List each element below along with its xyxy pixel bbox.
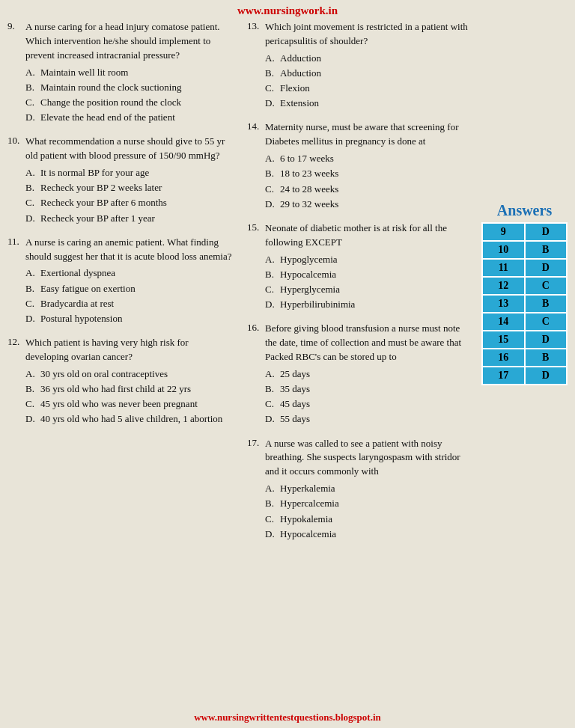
question-text: Before giving blood transfusion a nurse … xyxy=(265,322,472,364)
question-text: Which patient is having very high risk f… xyxy=(25,336,232,364)
list-item: B.Hypercalcemia xyxy=(265,497,472,510)
question-text: Maternity nurse, must be aware that scre… xyxy=(265,120,472,149)
answers-title: Answers xyxy=(481,202,568,219)
question-text: A nurse caring for a head injury comatos… xyxy=(25,20,232,63)
option-text: Hypercalcemia xyxy=(280,497,339,510)
question-block: 14.Maternity nurse, must be aware that s… xyxy=(247,120,472,210)
option-letter: B. xyxy=(25,81,37,94)
option-text: Flexion xyxy=(280,82,310,95)
option-letter: C. xyxy=(265,183,277,196)
option-text: 25 days xyxy=(280,367,310,381)
answer-number: 17 xyxy=(482,367,525,385)
option-letter: D. xyxy=(25,412,37,426)
list-item: D.40 yrs old who had 5 alive children, 1… xyxy=(25,412,232,426)
option-text: 55 days xyxy=(280,412,310,426)
option-letter: D. xyxy=(265,527,277,541)
question-number: 12. xyxy=(7,336,22,364)
option-letter: D. xyxy=(25,312,37,325)
option-letter: A. xyxy=(25,266,37,280)
option-text: Hyperbilirubinimia xyxy=(280,298,355,311)
answers-panel: Answers 9D10B11D12C13B14C15D16B17D xyxy=(481,202,568,385)
footer: www.nursingwrittentestquestions.blogspot… xyxy=(0,707,575,728)
list-item: C.45 days xyxy=(265,397,472,411)
option-letter: B. xyxy=(265,497,277,510)
list-item: C.24 to 28 weeks xyxy=(265,183,472,196)
answer-number: 14 xyxy=(482,313,525,331)
option-letter: A. xyxy=(25,66,37,79)
answer-number: 12 xyxy=(482,277,525,295)
option-text: Hyperkalemia xyxy=(280,482,335,495)
option-text: Bradycardia at rest xyxy=(40,297,114,311)
option-text: 35 days xyxy=(280,382,310,396)
option-letter: B. xyxy=(265,268,277,281)
option-text: Exertional dyspnea xyxy=(40,266,115,280)
option-text: 30 yrs old on oral contraceptives xyxy=(40,367,168,381)
option-text: Hypokalemia xyxy=(280,513,332,526)
option-letter: D. xyxy=(265,412,277,426)
answer-number: 16 xyxy=(482,349,525,367)
option-letter: D. xyxy=(265,298,277,311)
options-list: A.Maintain well lit roomB.Maintain round… xyxy=(25,66,232,125)
list-item: A.25 days xyxy=(265,367,472,381)
list-item: D.Recheck your BP after 1 year xyxy=(25,212,232,225)
option-text: Change the position round the clock xyxy=(40,96,181,109)
option-text: Hypocalcemia xyxy=(280,268,336,281)
question-text: Which joint movement is restricted in a … xyxy=(265,20,472,49)
list-item: B.Hypocalcemia xyxy=(265,268,472,281)
answer-value: C xyxy=(525,277,568,295)
list-item: D.55 days xyxy=(265,412,472,426)
table-row: 17D xyxy=(482,367,567,385)
list-item: A.Exertional dyspnea xyxy=(25,266,232,280)
list-item: B.18 to 23 weeks xyxy=(265,167,472,180)
option-letter: A. xyxy=(25,367,37,381)
option-text: Adduction xyxy=(280,52,321,65)
list-item: D.Extension xyxy=(265,97,472,110)
question-number: 10. xyxy=(7,135,22,163)
option-text: 36 yrs old who had first child at 22 yrs xyxy=(40,382,191,396)
option-text: Hypoglycemia xyxy=(280,253,338,266)
option-letter: B. xyxy=(265,167,277,180)
table-row: 15D xyxy=(482,331,567,349)
option-text: 45 yrs old who was never been pregnant xyxy=(40,397,198,411)
question-text: A nurse is caring an anemic patient. Wha… xyxy=(25,236,232,264)
option-text: Postural hypotension xyxy=(40,312,122,325)
list-item: A.Hypoglycemia xyxy=(265,253,472,266)
option-letter: A. xyxy=(265,52,277,65)
question-text: What recommendation a nurse should give … xyxy=(25,135,232,163)
answer-value: B xyxy=(525,241,568,259)
question-block: 11.A nurse is caring an anemic patient. … xyxy=(7,236,232,325)
list-item: B.Easy fatigue on exertion xyxy=(25,282,232,296)
option-letter: A. xyxy=(265,152,277,165)
question-text: A nurse was called to see a patient with… xyxy=(265,437,472,480)
option-letter: B. xyxy=(25,382,37,396)
option-text: 24 to 28 weeks xyxy=(280,183,338,196)
option-letter: C. xyxy=(25,196,37,209)
answer-value: B xyxy=(525,349,568,367)
answers-table: 9D10B11D12C13B14C15D16B17D xyxy=(481,222,568,385)
list-item: D.Postural hypotension xyxy=(25,312,232,325)
list-item: C.Change the position round the clock xyxy=(25,96,232,109)
option-text: 6 to 17 weeks xyxy=(280,152,334,165)
question-block: 10.What recommendation a nurse should gi… xyxy=(7,135,232,224)
list-item: C.Hyperglycemia xyxy=(265,283,472,296)
answer-value: D xyxy=(525,367,568,385)
option-letter: B. xyxy=(25,282,37,296)
question-block: 17.A nurse was called to see a patient w… xyxy=(247,437,472,541)
options-list: A.6 to 17 weeksB.18 to 23 weeksC.24 to 2… xyxy=(265,152,472,211)
option-letter: D. xyxy=(25,212,37,225)
answer-number: 15 xyxy=(482,331,525,349)
option-text: Hyperglycemia xyxy=(280,283,340,296)
options-list: A.It is normal BP for your ageB.Recheck … xyxy=(25,166,232,225)
list-item: D.Hyperbilirubinimia xyxy=(265,298,472,311)
option-letter: A. xyxy=(265,482,277,495)
list-item: A.Hyperkalemia xyxy=(265,482,472,495)
table-row: 10B xyxy=(482,241,567,259)
list-item: C.45 yrs old who was never been pregnant xyxy=(25,397,232,411)
answer-number: 11 xyxy=(482,259,525,277)
option-text: 29 to 32 weeks xyxy=(280,198,338,211)
option-text: Recheck your BP 2 weeks later xyxy=(40,181,162,195)
question-number: 14. xyxy=(247,120,262,149)
option-text: Recheck your BP after 1 year xyxy=(40,212,155,225)
table-row: 13B xyxy=(482,295,567,313)
list-item: C.Flexion xyxy=(265,82,472,95)
